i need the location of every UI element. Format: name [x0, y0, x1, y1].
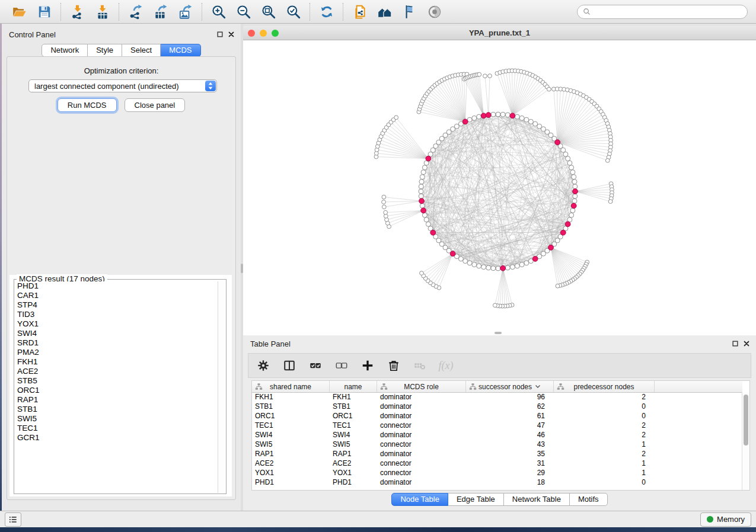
close-table-panel-icon[interactable]: [743, 340, 750, 347]
graph-node[interactable]: [519, 262, 524, 267]
column-header-successor-nodes[interactable]: successor nodes: [466, 381, 554, 392]
table-cell[interactable]: connector: [377, 421, 466, 430]
table-cell[interactable]: 1: [554, 440, 655, 448]
graph-node[interactable]: [426, 222, 430, 226]
graph-node[interactable]: [567, 161, 572, 165]
table-cell[interactable]: RAP1: [330, 450, 377, 458]
table-cell[interactable]: STB1: [252, 402, 330, 411]
table-cell[interactable]: dominator: [377, 393, 466, 401]
graph-leaf-node[interactable]: [608, 200, 613, 204]
graph-node[interactable]: [463, 259, 468, 264]
table-cell[interactable]: SWI5: [330, 440, 377, 448]
graph-leaf-node[interactable]: [493, 303, 497, 307]
table-cell[interactable]: 1: [554, 459, 655, 467]
table-row[interactable]: YOX1YOX1connector291: [252, 468, 742, 477]
export-network-button[interactable]: [126, 2, 146, 21]
table-cell[interactable]: 2: [554, 421, 655, 430]
graph-node[interactable]: [481, 265, 486, 270]
table-cell[interactable]: PHD1: [330, 478, 377, 486]
graph-hub-node[interactable]: [510, 113, 515, 118]
table-cell[interactable]: YOX1: [252, 469, 330, 477]
graph-node[interactable]: [486, 265, 491, 270]
graph-node[interactable]: [572, 175, 576, 180]
graph-node[interactable]: [419, 184, 423, 189]
save-session-button[interactable]: [34, 2, 55, 21]
table-cell[interactable]: FKH1: [330, 393, 377, 401]
table-row[interactable]: ORC1ORC1dominator610: [252, 411, 742, 421]
graph-node[interactable]: [519, 116, 524, 120]
table-cell[interactable]: 0: [554, 478, 655, 486]
tab-motifs[interactable]: Motifs: [570, 493, 608, 506]
mcds-result-item[interactable]: YOX1: [15, 319, 218, 329]
mcds-result-item[interactable]: STP4: [15, 300, 218, 310]
graph-node[interactable]: [569, 213, 574, 217]
graph-hub-node[interactable]: [571, 203, 576, 209]
graph-node[interactable]: [421, 170, 426, 175]
zoom-in-button[interactable]: [209, 2, 229, 21]
table-cell[interactable]: ACE2: [252, 459, 330, 467]
graph-leaf-node[interactable]: [420, 271, 424, 275]
graph-hub-node[interactable]: [430, 230, 436, 235]
table-cell[interactable]: 47: [466, 421, 554, 430]
table-cell[interactable]: 2: [554, 450, 655, 458]
delete-row-button[interactable]: [385, 357, 403, 374]
table-cell[interactable]: ACE2: [330, 459, 377, 467]
graph-node[interactable]: [528, 119, 533, 124]
mcds-result-item[interactable]: PMA2: [15, 348, 218, 357]
column-header-predecessor-nodes[interactable]: predecessor nodes: [554, 381, 655, 392]
graph-node[interactable]: [510, 265, 515, 270]
graph-hub-node[interactable]: [481, 113, 486, 118]
graph-node[interactable]: [419, 194, 423, 198]
clone-network-button[interactable]: [350, 2, 370, 21]
mcds-result-item[interactable]: STB5: [15, 376, 218, 386]
add-row-button[interactable]: [359, 357, 377, 374]
graph-leaf-node[interactable]: [483, 74, 487, 78]
graph-node[interactable]: [570, 208, 575, 213]
mcds-result-item[interactable]: PHD1: [15, 281, 218, 291]
graph-node[interactable]: [570, 170, 575, 175]
zoom-selected-button[interactable]: [283, 2, 304, 21]
table-cell[interactable]: 29: [466, 469, 554, 477]
import-network-button[interactable]: [68, 2, 88, 21]
graph-node[interactable]: [422, 165, 427, 170]
memory-button[interactable]: Memory: [700, 512, 751, 527]
graph-leaf-node[interactable]: [477, 72, 481, 76]
table-cell[interactable]: SWI4: [252, 431, 330, 439]
graph-node[interactable]: [420, 203, 425, 208]
graph-leaf-node[interactable]: [382, 200, 386, 204]
table-row[interactable]: STB1STB1dominator620: [252, 402, 742, 411]
table-cell[interactable]: 96: [466, 393, 554, 401]
graph-hub-node[interactable]: [532, 257, 538, 262]
table-cell[interactable]: connector: [377, 469, 466, 477]
graph-node[interactable]: [467, 261, 472, 265]
mcds-result-item[interactable]: ORC1: [15, 386, 218, 395]
table-cell[interactable]: 1: [554, 469, 655, 477]
graph-node[interactable]: [563, 152, 568, 156]
table-cell[interactable]: dominator: [377, 412, 466, 420]
graph-node[interactable]: [422, 213, 427, 217]
mcds-result-item[interactable]: SRD1: [15, 338, 218, 348]
show-column-panel-button[interactable]: [280, 357, 298, 374]
table-cell[interactable]: TEC1: [252, 421, 330, 430]
graph-hub-node[interactable]: [500, 265, 506, 271]
mcds-result-item[interactable]: TID3: [15, 310, 218, 319]
graph-node[interactable]: [424, 217, 429, 222]
mcds-list-scrollbar[interactable]: [218, 281, 225, 493]
graph-hub-node[interactable]: [560, 230, 566, 235]
first-neighbors-button[interactable]: [375, 2, 395, 21]
graph-node[interactable]: [524, 261, 529, 265]
select-all-button[interactable]: [307, 357, 324, 374]
mcds-result-item[interactable]: CAR1: [15, 291, 218, 300]
graph-leaf-node[interactable]: [547, 87, 551, 91]
table-cell[interactable]: dominator: [377, 478, 466, 486]
graph-node[interactable]: [505, 113, 510, 117]
table-row[interactable]: FKH1FKH1dominator962: [252, 392, 742, 402]
refresh-button[interactable]: [317, 2, 337, 21]
show-all-button[interactable]: [425, 2, 445, 21]
task-history-button[interactable]: [5, 512, 21, 527]
hide-selected-button[interactable]: [400, 2, 420, 21]
table-cell[interactable]: 62: [466, 402, 554, 411]
mcds-result-item[interactable]: FKH1: [15, 357, 218, 367]
close-panel-button[interactable]: Close panel: [125, 98, 186, 112]
graph-node[interactable]: [524, 117, 529, 122]
